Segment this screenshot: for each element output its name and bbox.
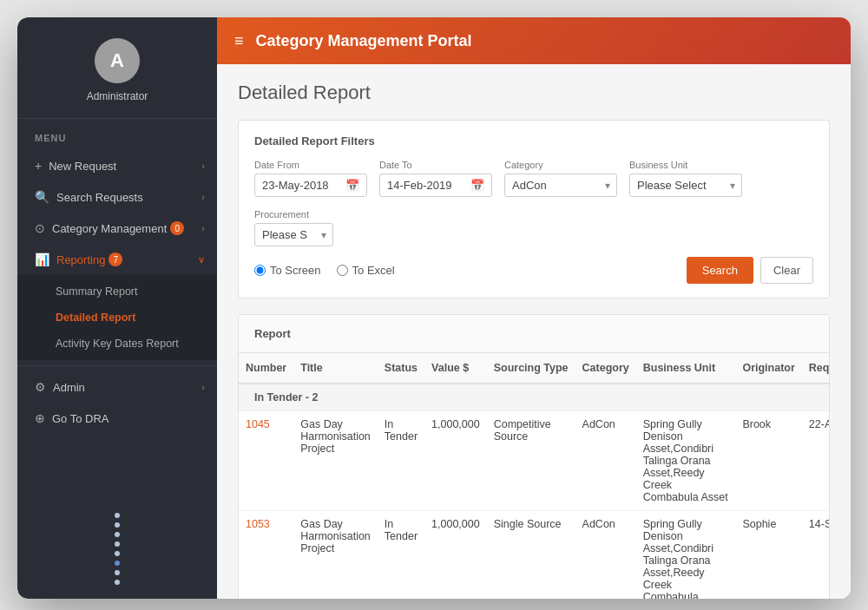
- date-from-input[interactable]: 23-May-2018 📅: [254, 174, 367, 197]
- business-unit-label: Business Unit: [629, 160, 742, 170]
- report-card: Report Number Title Status Value $ Sourc…: [238, 314, 830, 599]
- cell-title: Gas Day Harmonisation Project: [293, 411, 378, 511]
- new-request-label: New Request: [49, 160, 116, 173]
- menu-icon[interactable]: ≡: [234, 32, 244, 50]
- date-from-field: Date From 23-May-2018 📅: [254, 160, 367, 197]
- sidebar-item-new-request[interactable]: + New Request ›: [17, 150, 217, 181]
- col-request-date: Request Date: [802, 353, 830, 384]
- cell-number[interactable]: 1045: [239, 411, 293, 511]
- nav-dot: [115, 551, 120, 556]
- radio-row: To Screen To Excel: [254, 264, 395, 277]
- sidebar-subitem-detailed-report[interactable]: Detailed Report: [17, 305, 217, 331]
- sidebar-item-go-to-dra[interactable]: ⊕ Go To DRA: [17, 403, 217, 434]
- number-link[interactable]: 1053: [246, 518, 270, 530]
- sidebar-item-category-management[interactable]: ⊙ Category Management 0 ›: [17, 213, 217, 244]
- clear-button[interactable]: Clear: [760, 257, 813, 284]
- report-body: In Tender - 21045Gas Day Harmonisation P…: [239, 384, 830, 599]
- page-area: Detailed Report Detailed Report Filters …: [217, 64, 851, 599]
- category-management-label: Category Management: [52, 222, 167, 235]
- chevron-icon: ›: [201, 161, 205, 171]
- chevron-icon: ›: [201, 382, 205, 392]
- category-label: Category: [504, 160, 617, 170]
- cell-category: AdCon: [575, 511, 636, 600]
- business-unit-select-wrap: Please Select: [629, 174, 742, 197]
- sidebar-item-reporting[interactable]: 📊 Reporting 7 ∨: [17, 244, 217, 275]
- reporting-submenu: Summary Report Detailed Report Activity …: [17, 275, 217, 360]
- reporting-label: Reporting: [56, 253, 105, 266]
- procurement-label: Procurement: [254, 209, 333, 220]
- plus-icon: +: [35, 159, 42, 173]
- filter-bottom-row: To Screen To Excel Search Clear: [254, 257, 813, 284]
- cell-title: Gas Day Harmonisation Project: [293, 511, 378, 600]
- table-group-row: In Tender - 2: [239, 384, 830, 411]
- nav-dot: [115, 522, 120, 528]
- reporting-badge: 7: [108, 253, 122, 266]
- report-table: Number Title Status Value $ Sourcing Typ…: [239, 353, 830, 599]
- chevron-icon: ›: [201, 192, 205, 202]
- col-business-unit: Business Unit: [636, 353, 736, 384]
- col-sourcing: Sourcing Type: [487, 353, 575, 384]
- nav-dot: [115, 580, 120, 585]
- nav-dot: [115, 532, 120, 537]
- dra-icon: ⊕: [35, 411, 45, 425]
- cell-request-date: 14-Sep-2018: [802, 511, 830, 600]
- col-title: Title: [293, 353, 378, 384]
- number-link[interactable]: 1045: [246, 418, 270, 430]
- cell-business-unit: Spring Gully Denison Asset,Condibri Tali…: [636, 511, 736, 600]
- go-to-dra-label: Go To DRA: [52, 412, 109, 425]
- radio-screen-label: To Screen: [270, 264, 321, 277]
- business-unit-select[interactable]: Please Select: [629, 174, 742, 197]
- filter-card: Detailed Report Filters Date From 23-May…: [238, 120, 830, 298]
- table-row: 1053Gas Day Harmonisation ProjectIn Tend…: [239, 511, 830, 600]
- admin-label: Administrator: [87, 90, 148, 102]
- category-icon: ⊙: [35, 221, 45, 235]
- sidebar: A Administrator MENU + New Request › 🔍 S…: [17, 17, 217, 599]
- nav-dot: [115, 541, 120, 547]
- calendar-icon[interactable]: 📅: [345, 179, 359, 192]
- chevron-icon: ›: [201, 223, 205, 233]
- date-from-value: 23-May-2018: [262, 179, 329, 192]
- menu-label: MENU: [17, 119, 217, 150]
- date-to-value: 14-Feb-2019: [387, 179, 451, 192]
- cell-sourcing: Competitive Source: [487, 411, 575, 511]
- cell-category: AdCon: [575, 411, 636, 511]
- radio-excel-input[interactable]: [337, 265, 348, 276]
- category-field: Category AdCon: [504, 160, 617, 197]
- sidebar-subitem-activity-key-dates[interactable]: Activity Key Dates Report: [17, 331, 217, 357]
- filter-card-title: Detailed Report Filters: [254, 134, 813, 148]
- radio-excel-label: To Excel: [352, 264, 395, 277]
- procurement-select-wrap: Please S: [254, 223, 333, 246]
- cell-value: 1,000,000: [424, 511, 487, 600]
- nav-dot: [115, 570, 120, 575]
- nav-dot: [115, 561, 120, 566]
- date-from-label: Date From: [254, 160, 367, 170]
- calendar-icon[interactable]: 📅: [470, 179, 484, 192]
- avatar-area: A Administrator: [17, 17, 217, 119]
- cell-number[interactable]: 1053: [239, 511, 293, 600]
- sidebar-item-search-requests[interactable]: 🔍 Search Requests ›: [17, 181, 217, 213]
- procurement-select[interactable]: Please S: [254, 223, 333, 246]
- cell-originator: Sophie: [735, 511, 801, 600]
- topbar: ≡ Category Management Portal: [217, 17, 851, 64]
- chevron-down-icon: ∨: [198, 254, 205, 266]
- cell-value: 1,000,000: [424, 411, 487, 511]
- radio-excel[interactable]: To Excel: [337, 264, 395, 277]
- date-to-label: Date To: [379, 160, 492, 170]
- category-select[interactable]: AdCon: [504, 174, 617, 197]
- main-content: ≡ Category Management Portal Detailed Re…: [217, 17, 851, 599]
- category-badge: 0: [170, 221, 184, 235]
- nav-dot: [115, 513, 120, 518]
- sidebar-subitem-summary-report[interactable]: Summary Report: [17, 279, 217, 305]
- search-button[interactable]: Search: [687, 257, 753, 284]
- business-unit-field: Business Unit Please Select: [629, 160, 742, 197]
- app-title: Category Management Portal: [256, 32, 472, 50]
- radio-screen-input[interactable]: [254, 265, 266, 276]
- table-row: 1045Gas Day Harmonisation ProjectIn Tend…: [239, 411, 830, 511]
- date-to-input[interactable]: 14-Feb-2019 📅: [379, 174, 492, 197]
- avatar-initial: A: [110, 49, 124, 72]
- app-shell: A Administrator MENU + New Request › 🔍 S…: [17, 17, 851, 599]
- radio-screen[interactable]: To Screen: [254, 264, 321, 277]
- sidebar-item-admin[interactable]: ⚙ Admin ›: [17, 371, 217, 403]
- date-to-field: Date To 14-Feb-2019 📅: [379, 160, 492, 197]
- col-category: Category: [575, 353, 636, 384]
